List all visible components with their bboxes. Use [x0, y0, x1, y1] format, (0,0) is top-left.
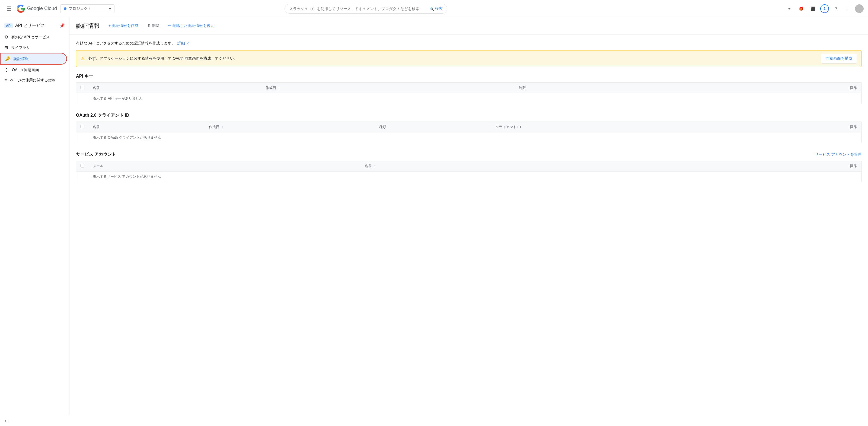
sa-empty-message: 表示するサービス アカウントがありません — [88, 172, 862, 182]
sparkle-icon[interactable]: ✦ — [784, 4, 794, 13]
chevron-down-icon: ▾ — [109, 6, 111, 11]
collapse-icon: ◁ — [4, 418, 7, 423]
api-keys-table: 名前 作成日 ↓ 制限 操作 — [76, 83, 862, 104]
nav-icons: ✦ 🎁 ⬛ 2 ? ⋮ — [784, 4, 864, 13]
monitor-icon[interactable]: ⬛ — [808, 4, 818, 13]
oauth-select-all[interactable] — [81, 125, 84, 128]
sidebar-item-enabled-api[interactable]: ⚙ 有効な API とサービス — [0, 32, 67, 42]
top-nav: ☰ Google Cloud プロジェクト ▾ 🔍 検索 ✦ 🎁 ⬛ 2 ? ⋮ — [0, 0, 868, 18]
sa-select-all[interactable] — [81, 164, 84, 168]
detail-link[interactable]: 詳細 ↗ — [177, 41, 190, 45]
sidebar: API API とサービス 📌 ⚙ 有効な API とサービス ⊞ ライブラリ … — [0, 18, 69, 426]
oauth-type-header: 種類 — [375, 122, 491, 132]
api-keys-select-all[interactable] — [81, 86, 84, 89]
configure-consent-button[interactable]: 同意画面を構成 — [821, 54, 857, 63]
api-keys-empty-row: 表示する API キーがありません — [76, 93, 862, 104]
page-title: 認証情報 — [76, 22, 100, 30]
google-logo-icon — [17, 5, 25, 13]
api-keys-section: API キー 名前 作成日 ↓ — [76, 73, 862, 104]
project-name: プロジェクト — [69, 6, 107, 11]
create-credentials-button[interactable]: + 認証情報を作成 — [106, 22, 141, 30]
search-bar: 🔍 検索 — [284, 4, 447, 13]
sa-empty-row: 表示するサービス アカウントがありません — [76, 172, 862, 182]
sidebar-item-label: OAuth 同意画面 — [12, 67, 39, 72]
layout: API API とサービス 📌 ⚙ 有効な API とサービス ⊞ ライブラリ … — [0, 18, 868, 426]
oauth-title: OAuth 2.0 クライアント ID — [76, 113, 862, 118]
sidebar-item-library[interactable]: ⊞ ライブラリ — [0, 42, 67, 53]
notification-badge[interactable]: 2 — [820, 4, 829, 13]
sidebar-item-label: 認証情報 — [13, 56, 29, 61]
oauth-sort-down-icon: ↓ — [222, 125, 223, 129]
sidebar-item-label: ページの使用に関する契約 — [10, 78, 56, 83]
api-keys-title: API キー — [76, 73, 862, 79]
search-label: 検索 — [435, 6, 443, 11]
main-content: 認証情報 + 認証情報を作成 🗑 削除 ↩ 削除した認証情報を復元 有効な AP… — [69, 18, 868, 426]
warning-text: 必ず、アプリケーションに関する情報を使用して OAuth 同意画面を構成してくだ… — [88, 56, 238, 61]
oauth-name-header: 名前 — [88, 122, 205, 132]
api-keys-restriction-header: 制限 — [515, 83, 687, 93]
search-input[interactable] — [289, 6, 427, 11]
library-icon: ⊞ — [4, 45, 8, 50]
service-accounts-table: メール 名前 ↑ 操作 — [76, 161, 862, 182]
more-icon[interactable]: ⋮ — [843, 4, 853, 13]
sidebar-header: API API とサービス 📌 — [0, 20, 69, 32]
sa-email-header: メール — [88, 161, 361, 172]
oauth-icon: ⋮ — [4, 67, 9, 72]
collapse-button[interactable]: ◁ — [0, 415, 69, 426]
sa-sort-up-icon: ↑ — [374, 164, 376, 168]
content-area: 有効な API にアクセスするための認証情報を作成します。 詳細 ↗ ⚠ 必ず、… — [69, 34, 868, 197]
oauth-checkbox-header — [76, 122, 89, 132]
settings-icon: ⚙ — [4, 34, 8, 40]
sa-checkbox-header — [76, 161, 89, 172]
api-keys-empty-message: 表示する API キーがありません — [88, 93, 862, 104]
sidebar-title: API とサービス — [15, 23, 45, 29]
oauth-section: OAuth 2.0 クライアント ID 名前 作成日 — [76, 113, 862, 143]
google-cloud-logo[interactable]: Google Cloud — [17, 5, 57, 13]
manage-service-accounts-link[interactable]: サービス アカウントを管理 — [815, 152, 862, 157]
page-header: 認証情報 + 認証情報を作成 🗑 削除 ↩ 削除した認証情報を復元 — [69, 18, 868, 34]
hamburger-icon[interactable]: ☰ — [4, 3, 13, 14]
warning-left: ⚠ 必ず、アプリケーションに関する情報を使用して OAuth 同意画面を構成して… — [81, 56, 238, 62]
logo-text: Google Cloud — [27, 6, 57, 11]
oauth-table: 名前 作成日 ↓ 種類 クライアント ID — [76, 122, 862, 143]
sort-down-icon: ↓ — [278, 86, 280, 90]
sidebar-item-oauth-consent[interactable]: ⋮ OAuth 同意画面 — [0, 65, 67, 75]
key-icon: 🔑 — [5, 56, 10, 61]
page-usage-icon: ≡ — [4, 78, 7, 83]
api-keys-checkbox-header — [76, 83, 89, 93]
header-actions: + 認証情報を作成 🗑 削除 ↩ 削除した認証情報を復元 — [106, 22, 216, 30]
sa-operations-header: 操作 — [637, 161, 861, 172]
delete-button[interactable]: 🗑 削除 — [145, 22, 162, 30]
api-keys-name-header: 名前 — [88, 83, 261, 93]
warning-icon: ⚠ — [81, 56, 85, 62]
service-accounts-title: サービス アカウント — [76, 152, 116, 157]
sidebar-item-page-usage[interactable]: ≡ ページの使用に関する契約 — [0, 75, 67, 86]
sidebar-item-label: 有効な API とサービス — [11, 35, 50, 40]
oauth-empty-row: 表示する OAuth クライアントがありません — [76, 132, 862, 143]
api-keys-created-header[interactable]: 作成日 ↓ — [261, 83, 515, 93]
pin-icon[interactable]: 📌 — [59, 23, 65, 28]
restore-button[interactable]: ↩ 削除した認証情報を復元 — [166, 22, 216, 30]
warning-banner: ⚠ 必ず、アプリケーションに関する情報を使用して OAuth 同意画面を構成して… — [76, 50, 862, 67]
oauth-created-header[interactable]: 作成日 ↓ — [205, 122, 375, 132]
search-button[interactable]: 🔍 検索 — [429, 6, 443, 11]
api-badge: API — [4, 23, 13, 28]
service-account-header: サービス アカウント サービス アカウントを管理 — [76, 152, 862, 157]
search-icon: 🔍 — [429, 6, 434, 11]
sa-name-header[interactable]: 名前 ↑ — [361, 161, 637, 172]
sidebar-item-label: ライブラリ — [11, 45, 30, 50]
sidebar-item-credentials[interactable]: 🔑 認証情報 — [0, 53, 67, 65]
gift-icon[interactable]: 🎁 — [796, 4, 806, 13]
description-text: 有効な API にアクセスするための認証情報を作成します。 詳細 ↗ — [76, 41, 862, 46]
service-accounts-section: サービス アカウント サービス アカウントを管理 メール — [76, 152, 862, 182]
api-keys-operations-header: 操作 — [687, 83, 861, 93]
oauth-empty-message: 表示する OAuth クライアントがありません — [88, 132, 862, 143]
user-avatar[interactable] — [855, 4, 864, 13]
oauth-client-id-header: クライアント ID — [491, 122, 744, 132]
project-selector[interactable]: プロジェクト ▾ — [60, 4, 115, 13]
help-icon[interactable]: ? — [831, 4, 841, 13]
project-dot — [64, 7, 66, 10]
oauth-operations-header: 操作 — [744, 122, 862, 132]
